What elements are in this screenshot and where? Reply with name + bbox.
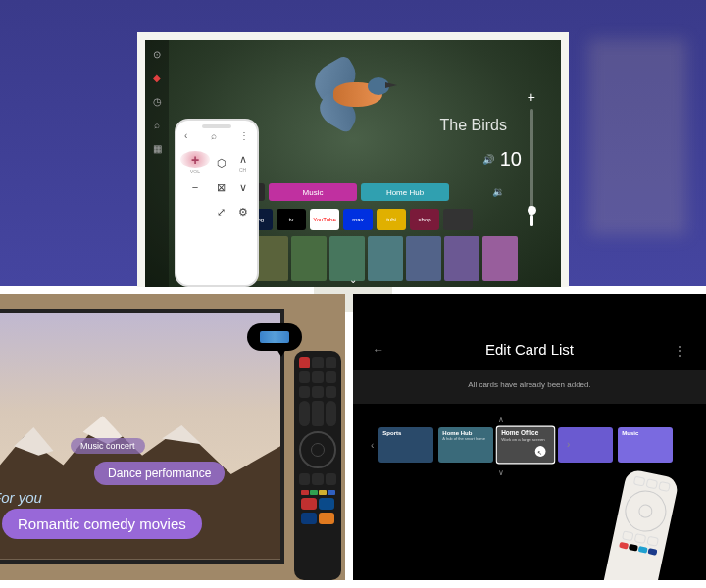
app-tile-shop[interactable]: shop [410, 209, 439, 230]
chevron-up-icon[interactable]: ∧ [498, 416, 504, 424]
search-icon[interactable]: ⌕ [211, 130, 217, 141]
app-shortcut[interactable] [319, 513, 334, 524]
chip-dance-performance[interactable]: Dance performance [94, 462, 225, 485]
bell-icon[interactable]: ◆ [151, 72, 163, 83]
chevron-left-icon[interactable]: ‹ [371, 440, 374, 451]
blue-button[interactable] [328, 490, 335, 495]
volume-slider[interactable] [530, 109, 533, 226]
content-tile[interactable] [291, 236, 327, 281]
remote-btn[interactable] [299, 371, 310, 383]
remote-btn[interactable] [633, 533, 646, 544]
chip-music-concert[interactable]: Music concert [71, 438, 145, 454]
voice-search-panel: Music concert Dance performance For you … [0, 294, 345, 580]
app-tile-max[interactable]: max [343, 209, 373, 230]
yellow-button[interactable] [319, 490, 327, 495]
red-button[interactable] [301, 490, 309, 495]
remote-−[interactable]: − [180, 175, 210, 199]
remote-btn[interactable] [646, 536, 659, 547]
remote-⤢[interactable]: ⤢ [211, 200, 231, 223]
remote-btn[interactable] [326, 371, 336, 383]
remote-btn[interactable] [326, 357, 336, 368]
remote-btn[interactable] [658, 481, 671, 492]
card-home-office[interactable]: Home OfficeWork on a large screen↖ [496, 426, 555, 465]
clock-icon[interactable]: ◷ [151, 95, 163, 107]
chevron-down-icon[interactable]: ∨ [498, 468, 504, 477]
disney-button[interactable] [647, 548, 657, 556]
content-tile[interactable] [329, 236, 365, 281]
card-home-hub[interactable]: Home HubA hub of the smart home [438, 427, 493, 463]
remote-btn[interactable] [312, 401, 324, 426]
remote-btn[interactable] [299, 473, 310, 485]
nav-wheel[interactable] [621, 487, 670, 536]
nav-wheel[interactable] [299, 431, 336, 468]
volume-level: 10 [500, 148, 522, 171]
chip-romantic-comedy[interactable]: Romantic comedy movies [2, 509, 202, 539]
remote-∨[interactable]: ∨ [232, 175, 253, 199]
content-tile[interactable] [406, 236, 441, 281]
left-sidebar: ⊙ ◆ ◷ ⌕ ▦ [145, 40, 169, 287]
speaker-icon: 🔊 [482, 154, 494, 165]
app-tile-blank[interactable] [443, 209, 473, 230]
remote-btn[interactable] [312, 357, 323, 368]
remote-VOL[interactable]: +VOL [180, 151, 210, 174]
app-tile-tv[interactable]: tv [277, 209, 306, 230]
remote-btn[interactable] [312, 371, 323, 383]
chevron-down-icon[interactable]: ⌄ [349, 274, 357, 285]
remote-btn[interactable] [326, 386, 336, 398]
content-tile[interactable] [444, 236, 479, 281]
app-shortcut[interactable] [301, 513, 317, 524]
card-sports[interactable]: Sports [378, 427, 433, 463]
remote-⚙[interactable]: ⚙ [232, 200, 253, 223]
channel-rocker[interactable] [326, 401, 336, 426]
pill-homehub[interactable]: Home Hub [361, 183, 449, 201]
for-you-label: For you [0, 489, 42, 506]
more-icon[interactable]: ⋮ [673, 343, 686, 359]
voice-bubble [247, 323, 302, 351]
more-icon[interactable]: ⋮ [239, 130, 249, 141]
power-button[interactable] [299, 357, 310, 368]
remote-btn[interactable] [299, 386, 310, 398]
card-music[interactable]: Music [618, 427, 673, 463]
app-tile-tubi[interactable]: tubi [377, 209, 406, 230]
remote-btn[interactable] [312, 386, 323, 398]
content-tile[interactable] [368, 236, 403, 281]
magic-remote-dark [294, 351, 341, 580]
remote-button-grid: +VOL⬡∧CH−⊠∨⤢⚙ [176, 147, 257, 227]
remote-⊠[interactable]: ⊠ [211, 175, 231, 199]
app-shortcut[interactable] [319, 498, 334, 510]
search-icon[interactable]: ⌕ [151, 119, 163, 130]
remote-btn[interactable] [312, 473, 323, 485]
volume-rocker[interactable] [299, 401, 310, 426]
green-button[interactable] [310, 490, 318, 495]
prime-button[interactable] [637, 546, 647, 554]
remote-btn[interactable] [621, 530, 633, 541]
voice-wave-icon [260, 331, 289, 343]
remote-⬡[interactable]: ⬡ [211, 151, 231, 174]
back-icon[interactable]: ← [373, 343, 384, 357]
volume-thumb[interactable] [528, 206, 536, 215]
remote-btn[interactable] [180, 200, 210, 223]
content-tile[interactable] [482, 236, 518, 281]
user-icon[interactable]: ⊙ [151, 48, 163, 60]
card-strip: ‹ SportsHome HubA hub of the smart homeH… [371, 427, 673, 463]
phone-notch [202, 124, 231, 128]
remote-btn[interactable] [326, 473, 336, 485]
pill-music[interactable]: Music [269, 183, 357, 201]
remote-CH[interactable]: ∧CH [232, 151, 253, 174]
grid-icon[interactable]: ▦ [151, 142, 163, 154]
chevron-right-icon[interactable]: › [567, 439, 570, 450]
background-bookshelf [588, 39, 686, 235]
red-button[interactable] [619, 542, 629, 550]
back-icon[interactable]: ‹ [184, 130, 187, 141]
tv-mountain-scene: Music concert Dance performance For you … [0, 309, 284, 564]
edit-card-list-panel: ← ⋮ Edit Card List All cards have alread… [353, 294, 706, 580]
netflix-button[interactable] [628, 544, 637, 552]
app-tile-YouTube[interactable]: YouTube [310, 209, 339, 230]
app-shortcut[interactable] [301, 498, 317, 510]
remote-btn[interactable] [645, 478, 658, 489]
volume-plus-icon[interactable]: + [528, 89, 535, 105]
cursor-icon: ↖ [535, 446, 546, 457]
remote-btn[interactable] [632, 475, 645, 486]
volume-indicator: 🔊 10 [482, 148, 522, 171]
phone-remote-app: ‹ ⌕ ⋮ +VOL⬡∧CH−⊠∨⤢⚙ [175, 119, 259, 287]
